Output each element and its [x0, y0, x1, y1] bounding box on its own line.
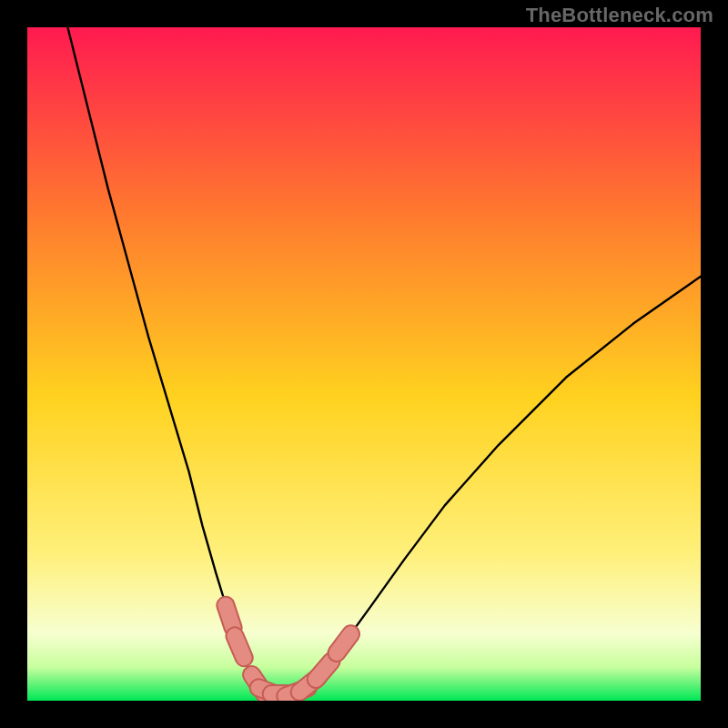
- valley-marker: [235, 636, 244, 658]
- chart-frame: TheBottleneck.com: [0, 0, 728, 728]
- watermark-text: TheBottleneck.com: [526, 4, 713, 27]
- plot-area: [27, 27, 701, 701]
- valley-marker: [226, 605, 233, 628]
- gradient-background: [27, 27, 701, 701]
- bottleneck-curve-chart: [27, 27, 701, 701]
